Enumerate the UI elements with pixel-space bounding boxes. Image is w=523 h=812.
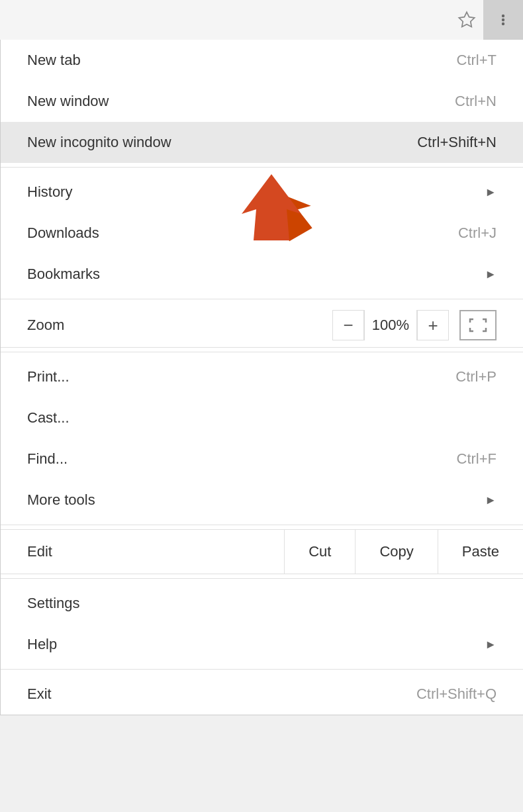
divider-5	[1, 578, 523, 579]
help-arrow-icon: ►	[485, 638, 497, 652]
edit-row: Edit Cut Copy Paste	[1, 529, 523, 574]
divider-6	[1, 669, 523, 670]
menu-item-settings[interactable]: Settings	[1, 583, 523, 624]
menu-item-cast[interactable]: Cast...	[1, 397, 523, 438]
more-tools-arrow-icon: ►	[485, 493, 497, 507]
zoom-row: Zoom − 100% +	[1, 303, 523, 348]
menu-item-help[interactable]: Help ►	[1, 624, 523, 665]
menu-item-bookmarks[interactable]: Bookmarks ►	[1, 254, 523, 295]
divider-3	[1, 352, 523, 352]
fullscreen-button[interactable]	[459, 310, 497, 340]
svg-point-6	[502, 19, 504, 21]
edit-actions: Cut Copy Paste	[284, 530, 523, 574]
zoom-in-button[interactable]: +	[417, 310, 449, 340]
paste-button[interactable]: Paste	[438, 530, 523, 574]
history-arrow-icon: ►	[485, 185, 497, 199]
cut-button[interactable]: Cut	[285, 530, 356, 574]
zoom-level-display: 100%	[364, 310, 417, 340]
divider-4	[1, 525, 523, 525]
zoom-out-button[interactable]: −	[332, 310, 364, 340]
bookmark-star-button[interactable]	[450, 0, 483, 40]
menu-item-new-tab[interactable]: New tab Ctrl+T	[1, 40, 523, 81]
menu-item-new-incognito[interactable]: New incognito window Ctrl+Shift+N	[1, 122, 523, 163]
menu-item-exit[interactable]: Exit Ctrl+Shift+Q	[1, 674, 523, 715]
menu-item-new-window[interactable]: New window Ctrl+N	[1, 81, 523, 122]
chrome-menu-button[interactable]	[483, 0, 523, 40]
menu-item-more-tools[interactable]: More tools ►	[1, 480, 523, 521]
top-bar	[0, 0, 523, 40]
divider-2	[1, 299, 523, 299]
svg-point-5	[502, 15, 504, 17]
menu-item-history[interactable]: History ►	[1, 172, 523, 213]
bookmarks-arrow-icon: ►	[485, 268, 497, 281]
svg-marker-4	[459, 12, 474, 26]
menu-item-print[interactable]: Print... Ctrl+P	[1, 356, 523, 397]
menu-item-find[interactable]: Find... Ctrl+F	[1, 438, 523, 480]
divider-1	[1, 167, 523, 168]
chrome-context-menu: New tab Ctrl+T New window Ctrl+N New inc…	[0, 40, 523, 715]
svg-point-7	[502, 23, 504, 25]
copy-button[interactable]: Copy	[356, 530, 438, 574]
menu-item-downloads[interactable]: Downloads Ctrl+J	[1, 213, 523, 254]
